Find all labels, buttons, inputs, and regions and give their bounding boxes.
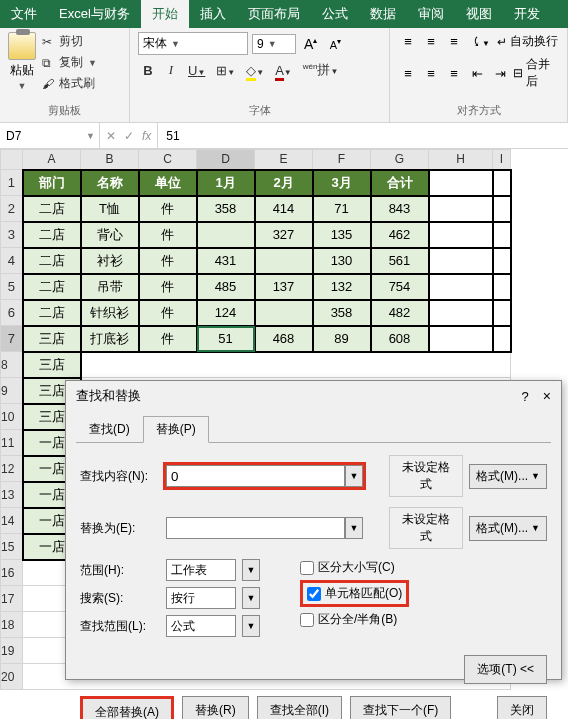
align-left-button[interactable]: ≡ bbox=[398, 64, 418, 83]
replace-dropdown-button[interactable]: ▼ bbox=[345, 517, 363, 539]
find-format-button[interactable]: 格式(M)...▼ bbox=[469, 464, 547, 489]
cell[interactable]: 414 bbox=[255, 196, 313, 222]
align-center-button[interactable]: ≡ bbox=[421, 64, 441, 83]
cell[interactable] bbox=[255, 300, 313, 326]
cell[interactable] bbox=[493, 248, 511, 274]
cell[interactable]: 件 bbox=[139, 222, 197, 248]
cell[interactable]: 2月 bbox=[255, 170, 313, 196]
formula-input[interactable]: 51 bbox=[158, 123, 568, 148]
col-header-D[interactable]: D bbox=[197, 150, 255, 170]
cell[interactable] bbox=[493, 196, 511, 222]
row-header[interactable]: 13 bbox=[1, 482, 23, 508]
find-next-button[interactable]: 查找下一个(F) bbox=[350, 696, 451, 719]
lookin-dropdown-button[interactable]: ▼ bbox=[242, 615, 260, 637]
match-entire-checkbox[interactable] bbox=[307, 587, 321, 601]
cell[interactable]: 三店 bbox=[23, 326, 81, 352]
cell[interactable]: 二店 bbox=[23, 300, 81, 326]
replace-input[interactable] bbox=[166, 517, 345, 539]
name-box[interactable]: D7 ▼ bbox=[0, 123, 100, 148]
options-toggle-button[interactable]: 选项(T) << bbox=[464, 655, 547, 684]
cell[interactable]: 二店 bbox=[23, 222, 81, 248]
scope-dropdown-button[interactable]: ▼ bbox=[242, 559, 260, 581]
wrap-text-button[interactable]: ↵ 自动换行 bbox=[497, 32, 558, 51]
col-header-E[interactable]: E bbox=[255, 150, 313, 170]
col-header-F[interactable]: F bbox=[313, 150, 371, 170]
col-header-B[interactable]: B bbox=[81, 150, 139, 170]
row-header[interactable]: 5 bbox=[1, 274, 23, 300]
indent-inc-button[interactable]: ⇥ bbox=[490, 64, 510, 83]
tab-insert[interactable]: 插入 bbox=[189, 0, 237, 29]
row-header[interactable]: 6 bbox=[1, 300, 23, 326]
cell[interactable] bbox=[493, 274, 511, 300]
align-top-button[interactable]: ≡ bbox=[398, 32, 418, 51]
align-middle-button[interactable]: ≡ bbox=[421, 32, 441, 51]
select-all-corner[interactable] bbox=[1, 150, 23, 170]
cell[interactable] bbox=[493, 300, 511, 326]
col-header-G[interactable]: G bbox=[371, 150, 429, 170]
cell[interactable] bbox=[197, 222, 255, 248]
align-bottom-button[interactable]: ≡ bbox=[444, 32, 464, 51]
tab-formulas[interactable]: 公式 bbox=[311, 0, 359, 29]
cell[interactable]: 485 bbox=[197, 274, 255, 300]
cell[interactable]: 137 bbox=[255, 274, 313, 300]
font-size-combo[interactable]: 9 ▼ bbox=[252, 34, 296, 54]
cell[interactable]: 针织衫 bbox=[81, 300, 139, 326]
cell[interactable] bbox=[493, 170, 511, 196]
fill-color-button[interactable]: ◇▼ bbox=[242, 61, 268, 80]
cell[interactable]: 衬衫 bbox=[81, 248, 139, 274]
match-case-checkbox[interactable] bbox=[300, 561, 314, 575]
tab-file[interactable]: 文件 bbox=[0, 0, 48, 29]
find-input[interactable] bbox=[166, 465, 345, 487]
cell[interactable]: 843 bbox=[371, 196, 429, 222]
row-header[interactable]: 20 bbox=[1, 664, 23, 690]
orientation-button[interactable]: ⤹▼ bbox=[467, 32, 494, 51]
search-dropdown-button[interactable]: ▼ bbox=[242, 587, 260, 609]
cell[interactable]: 482 bbox=[371, 300, 429, 326]
cell[interactable]: T恤 bbox=[81, 196, 139, 222]
cell[interactable]: 327 bbox=[255, 222, 313, 248]
col-header-H[interactable]: H bbox=[429, 150, 493, 170]
cell[interactable] bbox=[81, 352, 511, 378]
dialog-close-button[interactable]: × bbox=[543, 388, 551, 404]
cell[interactable] bbox=[429, 222, 493, 248]
font-name-combo[interactable]: 宋体 ▼ bbox=[138, 32, 248, 55]
find-dropdown-button[interactable]: ▼ bbox=[345, 465, 363, 487]
match-width-checkbox[interactable] bbox=[300, 613, 314, 627]
cell[interactable] bbox=[429, 300, 493, 326]
tab-addin[interactable]: Excel与财务 bbox=[48, 0, 141, 29]
row-header[interactable]: 15 bbox=[1, 534, 23, 560]
row-header[interactable]: 18 bbox=[1, 612, 23, 638]
phonetic-button[interactable]: wén拼▼ bbox=[299, 59, 343, 81]
cell[interactable] bbox=[493, 326, 511, 352]
paste-button[interactable]: 粘贴 ▼ bbox=[8, 32, 36, 93]
cell[interactable]: 名称 bbox=[81, 170, 139, 196]
cell[interactable]: 合计 bbox=[371, 170, 429, 196]
increase-font-button[interactable]: A▴ bbox=[300, 34, 321, 54]
underline-button[interactable]: U▼ bbox=[184, 61, 209, 80]
row-header[interactable]: 9 bbox=[1, 378, 23, 404]
cell[interactable]: 71 bbox=[313, 196, 371, 222]
italic-button[interactable]: I bbox=[161, 60, 181, 80]
cell[interactable] bbox=[429, 196, 493, 222]
cell[interactable]: 三店 bbox=[23, 352, 81, 378]
row-header[interactable]: 7 bbox=[1, 326, 23, 352]
cut-button[interactable]: ✂ 剪切 bbox=[42, 32, 97, 51]
cell[interactable]: 135 bbox=[313, 222, 371, 248]
tab-find[interactable]: 查找(D) bbox=[76, 416, 143, 443]
cell[interactable]: 132 bbox=[313, 274, 371, 300]
tab-home[interactable]: 开始 bbox=[141, 0, 189, 29]
border-button[interactable]: ⊞▼ bbox=[212, 61, 239, 80]
cell[interactable]: 打底衫 bbox=[81, 326, 139, 352]
cell[interactable]: 件 bbox=[139, 326, 197, 352]
row-header[interactable]: 2 bbox=[1, 196, 23, 222]
cell[interactable]: 吊带 bbox=[81, 274, 139, 300]
cell[interactable] bbox=[493, 222, 511, 248]
cell[interactable]: 二店 bbox=[23, 274, 81, 300]
cell[interactable]: 561 bbox=[371, 248, 429, 274]
cell[interactable]: 608 bbox=[371, 326, 429, 352]
align-right-button[interactable]: ≡ bbox=[444, 64, 464, 83]
row-header[interactable]: 11 bbox=[1, 430, 23, 456]
cell[interactable]: 358 bbox=[313, 300, 371, 326]
tab-layout[interactable]: 页面布局 bbox=[237, 0, 311, 29]
copy-button[interactable]: ⧉ 复制▼ bbox=[42, 53, 97, 72]
